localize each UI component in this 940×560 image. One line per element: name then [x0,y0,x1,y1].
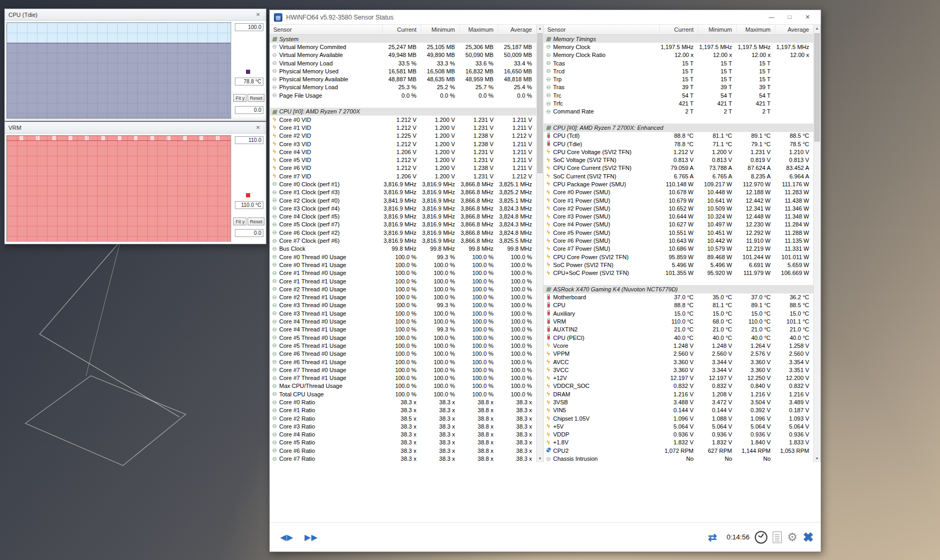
sensor-row[interactable]: 3VCC3.360 V3.344 V3.360 V3.351 V [544,366,813,374]
reset-button[interactable]: Reset [248,94,264,102]
sensor-row[interactable]: Core #1 VID1.212 V1.200 V1.231 V1.211 V [270,124,536,131]
sensor-row[interactable]: Core #7 Power (SMU)10.686 W10.579 W12.21… [544,245,813,253]
sensor-row[interactable]: Physical Memory Used16,581 MB16,508 MB16… [270,67,536,75]
sensor-row[interactable]: Core #4 Clock (perf #5)3,816.9 MHz3,816.… [270,213,536,221]
sensor-row[interactable]: Trc54 T54 T54 T [544,91,813,99]
sensor-row[interactable]: AVCC3.360 V3.344 V3.360 V3.354 V [544,358,813,366]
section-header-row[interactable]: CPU [#0]: AMD Ryzen 7 2700X: Enhanced [544,124,813,131]
sensor-row[interactable]: Memory Clock Ratio12.00 x12.00 x12.00 x1… [544,51,813,59]
sensor-row[interactable]: Tras39 T39 T39 T [544,83,813,91]
sensor-row[interactable]: Core #5 Ratio38.3 x38.3 x38.8 x38.3 x [270,439,536,447]
sensor-row[interactable]: Core #0 Power (SMU)10.678 W10.448 W12.18… [544,188,813,196]
section-header-row[interactable]: ASRock X470 Gaming K4 (Nuvoton NCT6779D) [544,285,813,293]
graph-window-vrm[interactable]: VRM ✕ 110.0 110.0 °C Fit y Reset 0.0 [4,121,267,244]
sensor-row[interactable]: Auxiliary15.0 °C15.0 °C15.0 °C15.0 °C [544,309,813,317]
sensor-row[interactable]: CPU (PECI)40.0 °C40.0 °C40.0 °C40.0 °C [544,334,813,341]
sensor-row[interactable]: SoC Power (SVI2 TFN)5.496 W5.496 W6.691 … [544,261,813,269]
sensor-row[interactable]: VRM110.0 °C68.0 °C110.0 °C101.1 °C [544,317,813,325]
column-sensor[interactable]: Sensor [270,26,382,33]
sensor-row[interactable]: Core #7 Thread #1 Usage100.0 %100.0 %100… [270,374,536,382]
close-icon[interactable]: ✕ [254,125,262,130]
sensor-row[interactable]: Chassis IntrusionNoNoNo [544,454,813,462]
fit-y-button[interactable]: Fit y [233,94,246,102]
sensor-row[interactable]: AUXTIN221.0 °C21.0 °C21.0 °C21.0 °C [544,326,813,334]
scroll-thumb[interactable] [537,33,543,173]
sensor-row[interactable]: Core #1 Power (SMU)10.679 W10.641 W12.44… [544,196,813,204]
sensor-row[interactable]: +12V12.197 V12.197 V12.250 V12.200 V [544,374,813,382]
scroll-down-icon[interactable]: ▼ [537,455,543,462]
sensor-row[interactable]: Command Rate2 T2 T2 T [544,108,813,116]
sensor-row[interactable]: SoC Current (SVI2 TFN)6.765 A6.765 A8.23… [544,172,813,180]
sensor-row[interactable]: CPU (Tdie)78.8 °C71.1 °C79.1 °C78.5 °C [544,140,813,148]
sensor-row[interactable]: VPPM2.560 V2.560 V2.576 V2.560 V [544,350,813,358]
sensor-row[interactable]: Max CPU/Thread Usage100.0 %100.0 %100.0 … [270,382,536,390]
sensor-row[interactable]: Trcd15 T15 T15 T [544,67,813,75]
sensor-row[interactable]: VIN50.144 V0.144 V0.392 V0.187 V [544,406,813,414]
sensor-row[interactable]: Tcas15 T15 T15 T [544,59,813,67]
sensor-row[interactable]: Core #2 Power (SMU)10.652 W10.509 W12.34… [544,204,813,212]
scroll-up-icon[interactable]: ▲ [814,25,820,32]
sensor-row[interactable]: Core #2 Ratio38.5 x38.3 x38.8 x38.3 x [270,414,536,422]
sensor-row[interactable]: Core #4 VID1.206 V1.200 V1.231 V1.211 V [270,148,536,156]
sensor-row[interactable]: Virtual Memory Commited25,247 MB25,105 M… [270,43,536,51]
sensor-row[interactable]: Core #4 Thread #1 Usage100.0 %99.3 %100.… [270,326,536,334]
sensor-row[interactable]: Core #6 Thread #1 Usage100.0 %100.0 %100… [270,358,536,366]
sensor-row[interactable]: CPU Package Power (SMU)110.148 W109.217 … [544,180,813,188]
sensor-row[interactable]: Page File Usage0.0 %0.0 %0.0 %0.0 % [270,91,536,99]
sensor-row[interactable]: Core #3 Power (SMU)10.644 W10.324 W12.44… [544,213,813,221]
sensor-row[interactable]: Core #3 Thread #1 Usage100.0 %100.0 %100… [270,309,536,317]
scroll-down-icon[interactable]: ▼ [814,455,820,462]
sensor-row[interactable]: VDDCR_SOC0.832 V0.832 V0.840 V0.832 V [544,382,813,390]
scroll-columns-button[interactable]: ◀ ▶ [277,530,296,544]
sensor-row[interactable]: Core #6 VID1.212 V1.200 V1.238 V1.211 V [270,164,536,172]
sensor-row[interactable]: CPU88.8 °C81.1 °C89.1 °C88.5 °C [544,301,813,309]
column-maximum[interactable]: Maximum [459,25,498,34]
section-header-row[interactable]: CPU [#0]: AMD Ryzen 7 2700X [270,108,536,116]
close-icon[interactable]: ✕ [254,12,262,17]
fit-y-button[interactable]: Fit y [233,217,246,225]
sensor-row[interactable]: CPU Core Current (SVI2 TFN)79.059 A73.78… [544,164,813,172]
sensor-row[interactable]: Core #0 Thread #0 Usage100.0 %99.3 %100.… [270,253,536,261]
sensor-row[interactable]: Core #5 Thread #1 Usage100.0 %100.0 %100… [270,341,536,349]
column-average[interactable]: Average [775,25,813,34]
sensor-row[interactable]: CPU (Tctl)88.8 °C81.1 °C89.1 °C88.5 °C [544,132,813,140]
scroll-up-icon[interactable]: ▲ [537,25,543,32]
sensor-row[interactable]: Core #0 Ratio38.3 x38.3 x38.8 x38.3 x [270,398,536,406]
sensor-row[interactable]: Bus Clock99.8 MHz99.8 MHz99.8 MHz99.8 MH… [270,245,536,253]
maximize-button[interactable]: □ [781,10,799,24]
sensor-row[interactable]: Total CPU Usage100.0 %100.0 %100.0 %100.… [270,390,536,398]
column-average[interactable]: Average [498,25,536,34]
window-titlebar[interactable]: ▦ HWiNFO64 v5.92-3580 Sensor Status — □ … [270,10,821,24]
sensor-row[interactable]: Memory Clock1,197.5 MHz1,197.5 MHz1,197.… [544,43,813,51]
sensor-row[interactable]: Physical Memory Available48,887 MB48,635… [270,75,536,83]
sensor-row[interactable]: SoC Voltage (SVI2 TFN)0.813 V0.813 V0.81… [544,156,813,164]
sensor-row[interactable]: Virtual Memory Available49,948 MB49,890 … [270,51,536,59]
sensor-row[interactable]: Core #6 Ratio38.3 x38.3 x38.8 x38.3 x [270,447,536,454]
graph-window-cpu-tdie[interactable]: CPU (Tdie) ✕ 100.0 78.8 °C Fit y Reset 0… [4,8,267,121]
sensor-row[interactable]: +1.8V1.832 V1.832 V1.840 V1.833 V [544,439,813,447]
sensor-row[interactable]: Core #4 Power (SMU)10.627 W10.497 W12.23… [544,221,813,229]
sensor-row[interactable]: Core #7 Clock (perf #6)3,816.9 MHz3,816.… [270,236,536,244]
sensor-row[interactable]: CPU Core Power (SVI2 TFN)95.859 W89.468 … [544,253,813,261]
reset-button[interactable]: Reset [248,217,264,225]
sensor-row[interactable]: Core #0 Thread #1 Usage100.0 %100.0 %100… [270,261,536,269]
sensor-row[interactable]: Core #2 VID1.225 V1.200 V1.238 V1.212 V [270,132,536,140]
sensor-row[interactable]: DRAM1.216 V1.208 V1.216 V1.216 V [544,390,813,398]
sensor-row[interactable]: Core #1 Ratio38.3 x38.3 x38.8 x38.3 x [270,406,536,414]
close-sensors-icon[interactable]: ✖ [803,530,813,545]
sensor-row[interactable]: +5V5.064 V5.064 V5.064 V5.064 V [544,422,813,430]
graph-titlebar[interactable]: VRM ✕ [5,122,266,134]
sensor-row[interactable]: CPU Core Voltage (SVI2 TFN)1.212 V1.200 … [544,148,813,156]
right-panel-scrollbar[interactable]: ▲ ▼ [813,25,821,462]
sensor-row[interactable]: Trfc421 T421 T421 T [544,99,813,107]
hwinfo-sensor-window[interactable]: ▦ HWiNFO64 v5.92-3580 Sensor Status — □ … [269,10,821,552]
sensor-row[interactable]: Core #0 VID1.212 V1.200 V1.231 V1.211 V [270,116,536,124]
left-panel-scrollbar[interactable]: ▲ ▼ [536,25,544,462]
sensor-row[interactable]: Vcore1.248 V1.248 V1.264 V1.258 V [544,341,813,349]
sensor-row[interactable]: Core #3 Thread #0 Usage100.0 %99.3 %100.… [270,301,536,309]
section-header-row[interactable]: System [270,35,536,43]
sensor-row[interactable]: Core #6 Power (SMU)10.643 W10.442 W11.91… [544,236,813,244]
sensor-row[interactable]: 3VSB3.488 V3.472 V3.504 V3.489 V [544,398,813,406]
clock-icon[interactable] [755,531,767,544]
section-header-row[interactable]: Memory Timings [544,35,813,43]
